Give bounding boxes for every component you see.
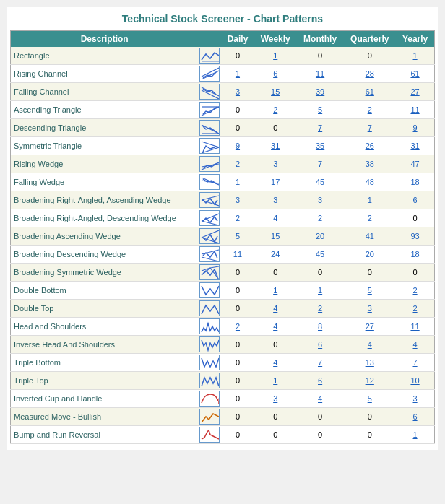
pattern-count[interactable]: 1 <box>343 191 396 209</box>
pattern-count[interactable]: 7 <box>297 354 344 372</box>
pattern-count[interactable]: 3 <box>396 390 434 408</box>
pattern-count[interactable]: 1 <box>297 282 344 300</box>
pattern-count[interactable]: 28 <box>343 65 396 83</box>
pattern-count[interactable]: 4 <box>254 354 297 372</box>
pattern-count[interactable]: 18 <box>396 173 434 191</box>
pattern-count[interactable]: 7 <box>297 119 344 137</box>
pattern-count[interactable]: 35 <box>297 137 344 155</box>
pattern-icon <box>198 354 221 372</box>
pattern-count[interactable]: 3 <box>254 191 297 209</box>
pattern-count[interactable]: 5 <box>297 101 344 119</box>
pattern-count[interactable]: 2 <box>221 209 254 227</box>
pattern-count: 0 <box>221 408 254 426</box>
pattern-count[interactable]: 2 <box>221 318 254 336</box>
pattern-count[interactable]: 47 <box>396 155 434 173</box>
pattern-count[interactable]: 2 <box>297 300 344 318</box>
pattern-icon <box>198 246 221 264</box>
pattern-count[interactable]: 10 <box>396 372 434 390</box>
pattern-count: 0 <box>254 426 297 444</box>
pattern-name: Broadening Ascending Wedge <box>11 227 199 246</box>
pattern-count[interactable]: 39 <box>297 83 344 101</box>
pattern-count[interactable]: 1 <box>221 173 254 191</box>
pattern-count[interactable]: 5 <box>343 282 396 300</box>
pattern-count[interactable]: 27 <box>396 83 434 101</box>
pattern-count[interactable]: 4 <box>343 336 396 354</box>
pattern-count[interactable]: 6 <box>396 408 434 426</box>
pattern-count[interactable]: 1 <box>396 426 434 444</box>
pattern-count[interactable]: 61 <box>343 83 396 101</box>
pattern-count[interactable]: 27 <box>343 318 396 336</box>
pattern-count[interactable]: 11 <box>221 246 254 264</box>
pattern-count[interactable]: 3 <box>221 191 254 209</box>
pattern-count[interactable]: 2 <box>254 101 297 119</box>
pattern-count[interactable]: 93 <box>396 227 434 246</box>
pattern-count[interactable]: 61 <box>396 65 434 83</box>
pattern-count[interactable]: 11 <box>396 101 434 119</box>
pattern-count[interactable]: 20 <box>343 246 396 264</box>
pattern-count[interactable]: 4 <box>254 300 297 318</box>
pattern-count[interactable]: 7 <box>343 119 396 137</box>
pattern-count[interactable]: 31 <box>396 137 434 155</box>
table-row: Bump and Run Reversal00001 <box>11 426 435 444</box>
pattern-count[interactable]: 5 <box>343 390 396 408</box>
pattern-count[interactable]: 15 <box>254 83 297 101</box>
pattern-count[interactable]: 1 <box>254 282 297 300</box>
pattern-count[interactable]: 2 <box>396 300 434 318</box>
pattern-count[interactable]: 4 <box>254 209 297 227</box>
pattern-count[interactable]: 38 <box>343 155 396 173</box>
pattern-icon <box>198 318 221 336</box>
table-row: Broadening Descending Wedge1124452018 <box>11 246 435 264</box>
pattern-name: Falling Wedge <box>11 173 199 191</box>
pattern-count[interactable]: 2 <box>343 209 396 227</box>
pattern-count[interactable]: 6 <box>297 336 344 354</box>
pattern-count[interactable]: 3 <box>254 390 297 408</box>
pattern-count[interactable]: 24 <box>254 246 297 264</box>
pattern-count[interactable]: 18 <box>396 246 434 264</box>
pattern-count[interactable]: 13 <box>343 354 396 372</box>
pattern-count[interactable]: 7 <box>396 354 434 372</box>
pattern-count[interactable]: 4 <box>254 318 297 336</box>
pattern-count[interactable]: 2 <box>343 101 396 119</box>
pattern-count[interactable]: 11 <box>297 65 344 83</box>
pattern-count[interactable]: 15 <box>254 227 297 246</box>
pattern-count[interactable]: 31 <box>254 137 297 155</box>
pattern-count[interactable]: 20 <box>297 227 344 246</box>
pattern-count[interactable]: 1 <box>221 65 254 83</box>
pattern-count[interactable]: 1 <box>254 47 297 65</box>
pattern-count[interactable]: 6 <box>396 191 434 209</box>
pattern-count[interactable]: 9 <box>221 137 254 155</box>
pattern-count[interactable]: 45 <box>297 246 344 264</box>
pattern-count[interactable]: 48 <box>343 173 396 191</box>
pattern-name: Double Bottom <box>11 282 199 300</box>
pattern-count[interactable]: 4 <box>297 390 344 408</box>
pattern-name: Symmetric Triangle <box>11 137 199 155</box>
pattern-count[interactable]: 3 <box>343 300 396 318</box>
pattern-count[interactable]: 12 <box>343 372 396 390</box>
pattern-count[interactable]: 2 <box>221 155 254 173</box>
pattern-count[interactable]: 1 <box>396 47 434 65</box>
pattern-count[interactable]: 41 <box>343 227 396 246</box>
pattern-count[interactable]: 2 <box>396 282 434 300</box>
pattern-count: 0 <box>221 300 254 318</box>
pattern-count[interactable]: 11 <box>396 318 434 336</box>
pattern-count[interactable]: 4 <box>396 336 434 354</box>
pattern-count[interactable]: 6 <box>254 65 297 83</box>
pattern-count[interactable]: 45 <box>297 173 344 191</box>
pattern-count[interactable]: 7 <box>297 155 344 173</box>
pattern-count[interactable]: 1 <box>254 372 297 390</box>
pattern-count: 0 <box>396 209 434 227</box>
pattern-count[interactable]: 9 <box>396 119 434 137</box>
pattern-count: 0 <box>221 372 254 390</box>
pattern-count[interactable]: 8 <box>297 318 344 336</box>
pattern-count[interactable]: 26 <box>343 137 396 155</box>
pattern-name: Ascending Triangle <box>11 101 199 119</box>
pattern-count[interactable]: 3 <box>221 83 254 101</box>
pattern-count[interactable]: 5 <box>221 227 254 246</box>
pattern-count[interactable]: 17 <box>254 173 297 191</box>
pattern-count[interactable]: 3 <box>254 155 297 173</box>
pattern-count[interactable]: 3 <box>297 191 344 209</box>
pattern-count[interactable]: 2 <box>297 209 344 227</box>
pattern-count[interactable]: 6 <box>297 372 344 390</box>
pattern-name: Inverse Head And Shoulders <box>11 336 199 354</box>
pattern-count: 0 <box>396 264 434 282</box>
